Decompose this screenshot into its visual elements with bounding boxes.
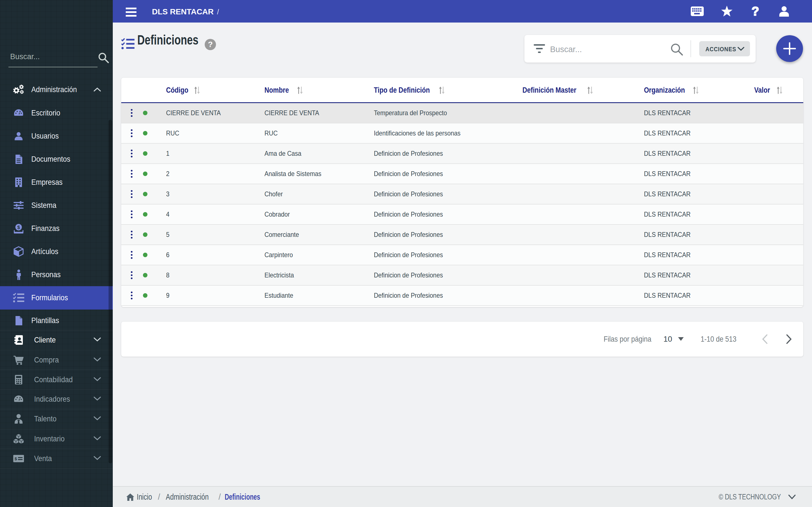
- svg-text:$: $: [17, 224, 20, 230]
- svg-text:$: $: [15, 456, 17, 461]
